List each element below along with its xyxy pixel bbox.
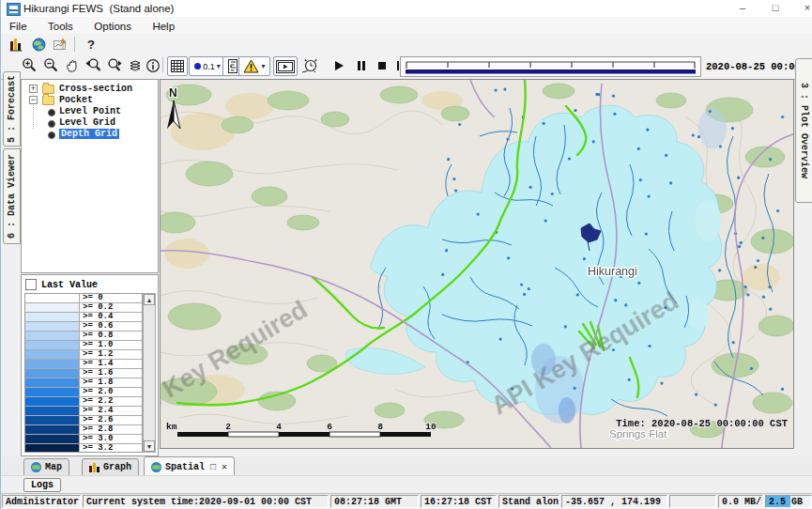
grid-display-icon[interactable] — [167, 56, 188, 76]
tree-node-label[interactable]: Level Point — [59, 106, 121, 116]
database-icon[interactable] — [7, 36, 25, 54]
legend-color-swatch — [25, 425, 80, 434]
warning-dropdown[interactable]: ▾ — [238, 56, 270, 76]
status-mode: Stand alone — [498, 495, 559, 508]
undock-icon[interactable]: □ — [210, 462, 216, 472]
legend-row-label: >= 2.2 — [80, 397, 142, 406]
status-gmt-time: 08:27:18 GMT — [330, 495, 419, 508]
legend-color-swatch — [25, 435, 80, 443]
main-toolbar: ? — [1, 34, 812, 55]
tab-spatial[interactable]: Spatial □ ✕ — [144, 456, 235, 477]
map-display-icon[interactable] — [29, 36, 48, 54]
legend-row-label: >= 0 — [80, 294, 142, 302]
node-bullet-icon — [48, 131, 55, 139]
place-label: Springs Flat — [609, 428, 667, 440]
zoom-next-icon[interactable] — [105, 56, 124, 74]
tree-node-label[interactable]: Level Grid — [59, 117, 115, 128]
play-button[interactable] — [329, 56, 348, 74]
scroll-down-icon[interactable]: ▼ — [144, 440, 155, 452]
legend-color-swatch — [25, 341, 80, 349]
legend-row-label: >= 0.2 — [80, 303, 142, 312]
maximize-button[interactable]: □ — [761, 0, 789, 16]
scale-unit: km — [166, 422, 177, 432]
toolbar-separator — [74, 37, 75, 52]
legend-color-swatch — [25, 444, 80, 453]
legend-scrollbar[interactable]: ▲ ▼ — [143, 293, 156, 453]
tab-plot-overview[interactable]: 3 : Plot Overview — [795, 58, 812, 203]
tree-node-level-point[interactable]: Level Point — [22, 106, 158, 117]
legend-row-label: >= 3.0 — [80, 435, 142, 443]
status-bandwidth: 0.0 MB/s — [718, 495, 763, 508]
zoom-previous-icon[interactable] — [84, 56, 102, 74]
status-local-time: 16:27:18 CST — [421, 495, 497, 508]
map-canvas[interactable]: API Key Required API Key Required Hikura… — [161, 80, 793, 448]
legend-row-label: >= 1.0 — [80, 341, 142, 349]
scroll-up-icon[interactable]: ▲ — [144, 294, 155, 305]
tree-node-level-grid[interactable]: Level Grid — [22, 117, 158, 129]
legend-color-swatch — [25, 350, 80, 359]
tab-map[interactable]: Map — [23, 458, 69, 476]
stop-button[interactable] — [373, 56, 391, 74]
tab-spatial-label: Spatial — [165, 462, 205, 472]
status-warning-cell[interactable] — [669, 495, 716, 508]
legend-color-swatch — [25, 378, 80, 387]
status-user: Administrator — [2, 495, 81, 508]
timer-icon[interactable] — [301, 56, 320, 74]
expand-icon[interactable]: + — [29, 85, 38, 93]
legend-row-label: >= 0.4 — [80, 313, 142, 321]
close-tab-icon[interactable]: ✕ — [222, 461, 227, 472]
pan-hand-icon[interactable] — [63, 56, 82, 74]
chevron-down-icon: ▾ — [217, 62, 221, 70]
legend-row-label: >= 2.4 — [80, 407, 142, 415]
timeseries-icon[interactable] — [52, 36, 70, 54]
tab-forecast[interactable]: 5 : Forecast — [3, 71, 21, 147]
map-time-overlay: Time: 2020-08-25 00:00:00 CST — [616, 418, 788, 429]
layers-icon[interactable] — [126, 56, 145, 74]
last-value-checkbox[interactable] — [25, 279, 37, 290]
status-memory: 2.5 GB — [765, 495, 812, 508]
tab-data-viewer[interactable]: 6 : Data Viewer — [3, 148, 21, 244]
tree-node-depth-grid[interactable]: Depth Grid — [22, 129, 158, 140]
legend-row-label: >= 0.6 — [80, 322, 142, 331]
pause-button[interactable] — [352, 56, 371, 74]
zoom-out-icon[interactable] — [41, 56, 60, 74]
info-icon[interactable] — [144, 56, 162, 74]
zoom-in-icon[interactable] — [20, 56, 38, 74]
application-window: Hikurangi FEWS (Stand alone) – □ × File … — [0, 0, 812, 509]
tree-node-label[interactable]: Cross-section — [59, 84, 132, 94]
legend-row-label: >= 1.2 — [80, 350, 142, 359]
close-button[interactable]: × — [793, 0, 812, 16]
tab-graph[interactable]: Graph — [82, 458, 139, 476]
legend-color-swatch — [25, 416, 80, 424]
legend-row-label: >= 2.8 — [80, 425, 142, 434]
chevron-down-icon: ▾ — [261, 62, 265, 70]
map-view[interactable]: API Key Required API Key Required Hikura… — [160, 79, 794, 449]
collapse-icon[interactable]: − — [29, 96, 38, 104]
threshold-dropdown[interactable]: 0.1 ▾ — [189, 56, 226, 76]
logs-button[interactable]: Logs — [23, 478, 61, 492]
legend-row-label: >= 0.8 — [80, 332, 142, 340]
north-label: N — [169, 86, 177, 100]
svg-text:8: 8 — [377, 422, 383, 432]
tree-node-label-selected[interactable]: Depth Grid — [59, 129, 119, 139]
tree-node-pocket[interactable]: − Pocket — [22, 95, 158, 106]
legend-color-swatch — [25, 369, 80, 378]
legend-row: >= 3.2 — [25, 444, 142, 453]
help-icon[interactable]: ? — [82, 36, 100, 54]
legend-row-label: >= 1.6 — [80, 369, 142, 378]
legend-row-label: >= 3.2 — [80, 444, 142, 453]
window-title: Hikurangi FEWS (Stand alone) — [23, 3, 174, 14]
tree-node-label[interactable]: Pocket — [59, 95, 93, 105]
animation-icon[interactable] — [273, 56, 298, 76]
svg-text:6: 6 — [327, 422, 332, 432]
legend-color-swatch — [25, 407, 80, 415]
threshold-value: 0.1 — [203, 62, 215, 71]
town-label: Hikurangi — [588, 265, 637, 278]
legend-color-swatch — [25, 313, 80, 321]
globe-icon — [151, 462, 161, 472]
tree-node-cross-section[interactable]: + Cross-section — [22, 84, 158, 95]
node-bullet-icon — [48, 109, 55, 116]
minimize-button[interactable]: – — [728, 0, 757, 16]
logs-row: Logs — [1, 475, 812, 494]
timeline-slider[interactable] — [400, 56, 701, 77]
